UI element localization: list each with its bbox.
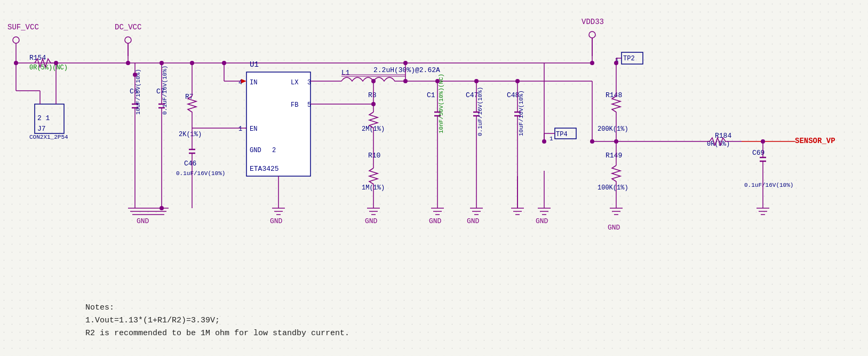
svg-point-78 xyxy=(435,79,440,83)
notes-line1: 1.Vout=1.13*(1+R1/R2)=3.39V; xyxy=(85,314,349,327)
svg-text:5: 5 xyxy=(307,101,311,109)
l1-label: L1 xyxy=(341,69,350,77)
gnd-left-label: GND xyxy=(137,217,149,225)
svg-point-17 xyxy=(54,61,58,65)
svg-point-86 xyxy=(474,79,479,83)
svg-text:CON2X1_2P54: CON2X1_2P54 xyxy=(29,134,68,140)
c46-value: 0.1uF/16V(10%) xyxy=(176,170,225,177)
svg-point-126 xyxy=(761,139,765,144)
c48-value: 10uF/16V(10%) xyxy=(518,90,524,136)
svg-point-34 xyxy=(190,61,194,65)
svg-point-67 xyxy=(371,79,376,83)
svg-text:2  1: 2 1 xyxy=(37,114,50,122)
u1-label: U1 xyxy=(250,60,259,69)
tp4-gnd-label: GND xyxy=(536,217,548,225)
svg-text:2: 2 xyxy=(272,147,276,154)
c69-value: 0.1uF/16V(10%) xyxy=(744,182,793,188)
c46-label: C46 xyxy=(184,160,196,168)
svg-point-64 xyxy=(403,61,408,65)
r10-gnd-label: GND xyxy=(365,217,378,225)
svg-point-52 xyxy=(222,61,226,65)
dc-vcc-label: DC_VCC xyxy=(115,23,141,31)
svg-text:IN: IN xyxy=(250,79,257,86)
svg-point-69 xyxy=(371,102,376,106)
c1-label: C1 xyxy=(427,91,435,99)
svg-point-32 xyxy=(160,61,164,65)
r10-label: R10 xyxy=(368,152,380,160)
notes-label: Notes: xyxy=(85,302,349,314)
svg-text:J7: J7 xyxy=(37,125,46,133)
svg-point-120 xyxy=(614,139,618,144)
c1-gnd-label: GND xyxy=(429,217,442,225)
u1-part: ETA3425 xyxy=(250,165,279,173)
svg-text:LX: LX xyxy=(291,79,298,86)
svg-point-100 xyxy=(542,139,546,144)
r148-label: R148 xyxy=(606,91,622,99)
vdd33-label: VDD33 xyxy=(582,18,604,26)
svg-point-65 xyxy=(403,79,408,83)
svg-point-12 xyxy=(590,61,594,65)
c7-value: 0.1uF/16V(10%) xyxy=(162,66,168,115)
u1-gnd-label: GND xyxy=(270,217,283,225)
svg-text:1: 1 xyxy=(238,125,242,133)
svg-text:FB: FB xyxy=(291,101,298,109)
r154-value: 0R(5%)(NC) xyxy=(29,64,68,72)
svg-text:GND: GND xyxy=(250,147,261,154)
u1-body xyxy=(246,72,310,176)
svg-text:TP4: TP4 xyxy=(556,131,568,138)
notes-line2: R2 is recommended to be 1M ohm for low s… xyxy=(85,327,349,340)
c47-value: 0.1uF/16V(10%) xyxy=(477,87,483,136)
schematic-container: SUF_VCC DC_VCC VDD33 SENSOR_VP R154 0R(5… xyxy=(0,0,868,356)
r148-value: 200K(1%) xyxy=(598,125,628,133)
svg-text:3: 3 xyxy=(307,79,311,86)
svg-point-135 xyxy=(160,206,164,210)
c47-gnd-label: GND xyxy=(467,217,480,225)
r8-label: R8 xyxy=(368,91,377,99)
sensor-vp-label: SENSOR_VP xyxy=(795,137,835,145)
svg-point-21 xyxy=(14,61,18,65)
svg-text:TP2: TP2 xyxy=(623,55,635,62)
r149-value: 100K(1%) xyxy=(598,184,628,192)
r149-label: R149 xyxy=(606,152,622,160)
suf-vcc-label: SUF_VCC xyxy=(7,23,39,31)
notes-area: Notes: 1.Vout=1.13*(1+R1/R2)=3.39V; R2 i… xyxy=(85,302,349,340)
svg-point-10 xyxy=(126,61,130,65)
r7-value: 2K(1%) xyxy=(179,131,202,138)
svg-text:1: 1 xyxy=(550,136,553,142)
svg-text:EN: EN xyxy=(250,125,257,133)
r149-gnd-label: GND xyxy=(608,224,620,232)
svg-point-94 xyxy=(515,79,520,83)
l1-value: 2.2uH(30%)@2.62A xyxy=(373,66,440,74)
